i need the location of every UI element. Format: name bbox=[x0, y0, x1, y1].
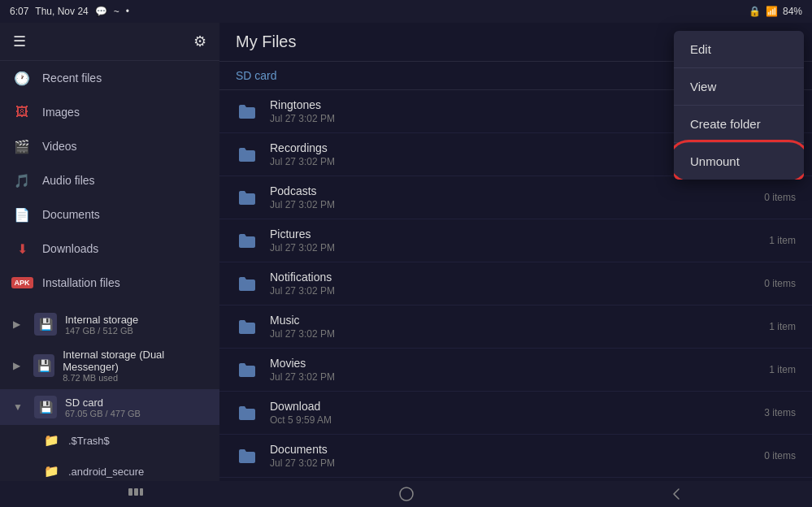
sidebar-item-images[interactable]: 🖼 Images bbox=[0, 95, 219, 129]
audio-icon: 🎵 bbox=[13, 171, 31, 189]
folder-icon bbox=[236, 401, 258, 424]
sidebar-subitem-trash[interactable]: 📁 .$Trash$ bbox=[0, 425, 219, 456]
sdcard-info: SD card 67.05 GB / 477 GB bbox=[65, 396, 141, 418]
folder-icon bbox=[236, 272, 258, 295]
sidebar-item-sdcard[interactable]: ▼ 💾 SD card 67.05 GB / 477 GB bbox=[0, 389, 219, 425]
status-bar-left: 6:07 Thu, Nov 24 💬 ~ • bbox=[10, 6, 129, 17]
menu-item-view[interactable]: View bbox=[674, 68, 804, 106]
folder-icon: 📁 bbox=[42, 431, 60, 449]
status-date: Thu, Nov 24 bbox=[35, 6, 88, 17]
file-name: Music bbox=[270, 314, 758, 327]
sidebar-item-audio[interactable]: 🎵 Audio files bbox=[0, 163, 219, 197]
internal-storage-size: 147 GB / 512 GB bbox=[65, 326, 138, 336]
sidebar-item-internal[interactable]: ▶ 💾 Internal storage 147 GB / 512 GB bbox=[0, 306, 219, 342]
sidebar-item-label: Documents bbox=[42, 208, 100, 221]
file-row[interactable]: Movies Jul 27 3:02 PM 1 item bbox=[219, 349, 812, 392]
internal-dual-name: Internal storage (Dual Messenger) bbox=[63, 349, 213, 373]
bottom-nav bbox=[0, 481, 812, 507]
folder-icon bbox=[236, 358, 258, 381]
file-count: 0 items bbox=[764, 278, 796, 289]
file-count: 1 item bbox=[769, 235, 796, 246]
file-row[interactable]: Documents Jul 27 3:02 PM 0 items bbox=[219, 435, 812, 478]
file-name: Download bbox=[270, 400, 753, 413]
file-name: Notifications bbox=[270, 271, 753, 284]
file-count: 1 item bbox=[769, 321, 796, 332]
sidebar-item-videos[interactable]: 🎬 Videos bbox=[0, 129, 219, 163]
sidebar-item-downloads[interactable]: ⬇ Downloads bbox=[0, 232, 219, 266]
status-bar-right: 🔒 📶 84% bbox=[749, 6, 802, 17]
file-count: 0 items bbox=[764, 450, 796, 462]
file-row[interactable]: Pictures Jul 27 3:02 PM 1 item bbox=[219, 219, 812, 262]
recent-icon: 🕐 bbox=[13, 69, 31, 87]
file-row[interactable]: Music Jul 27 3:02 PM 1 item bbox=[219, 306, 812, 349]
sub-item-label: .$Trash$ bbox=[68, 435, 110, 447]
file-row[interactable]: Notifications Jul 27 3:02 PM 0 items bbox=[219, 262, 812, 306]
file-count: 3 items bbox=[764, 407, 796, 418]
file-count: 0 items bbox=[764, 192, 796, 203]
svg-rect-2 bbox=[140, 488, 143, 496]
file-date: Jul 27 3:02 PM bbox=[270, 285, 753, 297]
sidebar-item-label: Recent files bbox=[42, 72, 102, 84]
nav-recent-apps[interactable] bbox=[111, 483, 160, 505]
file-info: Music Jul 27 3:02 PM bbox=[270, 314, 758, 340]
internal-dual-size: 8.72 MB used bbox=[63, 373, 213, 383]
wifi-icon: 📶 bbox=[766, 6, 778, 17]
file-date: Jul 27 3:02 PM bbox=[270, 328, 758, 340]
file-date: Jul 27 3:02 PM bbox=[270, 199, 753, 210]
sidebar-subitem-android-secure[interactable]: 📁 .android_secure bbox=[0, 456, 219, 481]
expand-arrow-sdcard: ▼ bbox=[13, 401, 26, 413]
signal-icon: ~ bbox=[114, 6, 119, 17]
file-name: Podcasts bbox=[270, 184, 753, 197]
file-info: Documents Jul 27 3:02 PM bbox=[270, 443, 753, 469]
file-info: Download Oct 5 9:59 AM bbox=[270, 400, 753, 426]
notification-icon: 💬 bbox=[95, 6, 107, 17]
status-time: 6:07 bbox=[10, 6, 28, 17]
documents-icon: 📄 bbox=[13, 206, 31, 223]
file-date: Jul 27 3:02 PM bbox=[270, 371, 758, 383]
videos-icon: 🎬 bbox=[13, 137, 31, 155]
file-date: Jul 27 3:02 PM bbox=[270, 242, 758, 254]
hamburger-icon[interactable]: ☰ bbox=[13, 32, 26, 50]
file-name: Pictures bbox=[270, 228, 758, 240]
sdcard-name: SD card bbox=[65, 396, 141, 409]
file-count: 1 item bbox=[769, 364, 796, 375]
nav-back[interactable] bbox=[653, 483, 701, 505]
file-info: Pictures Jul 27 3:02 PM bbox=[270, 228, 758, 254]
internal-storage-icon: 💾 bbox=[34, 313, 57, 336]
file-date: Oct 5 9:59 AM bbox=[270, 414, 753, 426]
status-bar: 6:07 Thu, Nov 24 💬 ~ • 🔒 📶 84% bbox=[0, 0, 812, 23]
sidebar-item-internal-dual[interactable]: ▶ 💾 Internal storage (Dual Messenger) 8.… bbox=[0, 342, 219, 389]
svg-rect-1 bbox=[134, 488, 138, 496]
svg-point-3 bbox=[400, 488, 413, 500]
breadcrumb-sdcard[interactable]: SD card bbox=[236, 69, 277, 82]
apk-icon: APK bbox=[13, 274, 31, 292]
internal-storage-name: Internal storage bbox=[65, 314, 138, 326]
sidebar: ☰ ⚙ 🕐 Recent files 🖼 Images 🎬 Videos 🎵 A… bbox=[0, 23, 219, 481]
internal-storage-info: Internal storage 147 GB / 512 GB bbox=[65, 314, 138, 336]
sdcard-icon: 💾 bbox=[34, 396, 57, 418]
sidebar-item-label: Audio files bbox=[42, 174, 95, 187]
file-info: Podcasts Jul 27 3:02 PM bbox=[270, 184, 753, 210]
sidebar-item-installation[interactable]: APK Installation files bbox=[0, 266, 219, 300]
downloads-icon: ⬇ bbox=[13, 240, 31, 258]
battery-text: 84% bbox=[783, 6, 802, 17]
dropdown-menu: Edit View Create folder Unmount bbox=[674, 31, 804, 180]
file-info: Notifications Jul 27 3:02 PM bbox=[270, 271, 753, 297]
sidebar-item-recent[interactable]: 🕐 Recent files bbox=[0, 61, 219, 95]
settings-icon[interactable]: ⚙ bbox=[193, 32, 206, 50]
sub-item-label: .android_secure bbox=[68, 466, 144, 478]
expand-arrow-dual: ▶ bbox=[13, 360, 25, 371]
menu-item-edit[interactable]: Edit bbox=[674, 31, 804, 68]
folder-icon bbox=[236, 315, 258, 338]
menu-item-create-folder[interactable]: Create folder bbox=[674, 106, 804, 143]
file-row[interactable]: Download Oct 5 9:59 AM 3 items bbox=[219, 392, 812, 435]
folder-icon bbox=[236, 143, 258, 166]
file-row[interactable]: Podcasts Jul 27 3:02 PM 0 items bbox=[219, 176, 812, 219]
nav-home[interactable] bbox=[382, 483, 431, 505]
file-date: Jul 27 3:02 PM bbox=[270, 457, 753, 469]
sidebar-header: ☰ ⚙ bbox=[0, 23, 219, 61]
menu-item-unmount[interactable]: Unmount bbox=[674, 143, 804, 180]
internal-dual-info: Internal storage (Dual Messenger) 8.72 M… bbox=[63, 349, 213, 383]
sidebar-item-documents[interactable]: 📄 Documents bbox=[0, 197, 219, 232]
sidebar-item-label: Downloads bbox=[42, 242, 98, 255]
